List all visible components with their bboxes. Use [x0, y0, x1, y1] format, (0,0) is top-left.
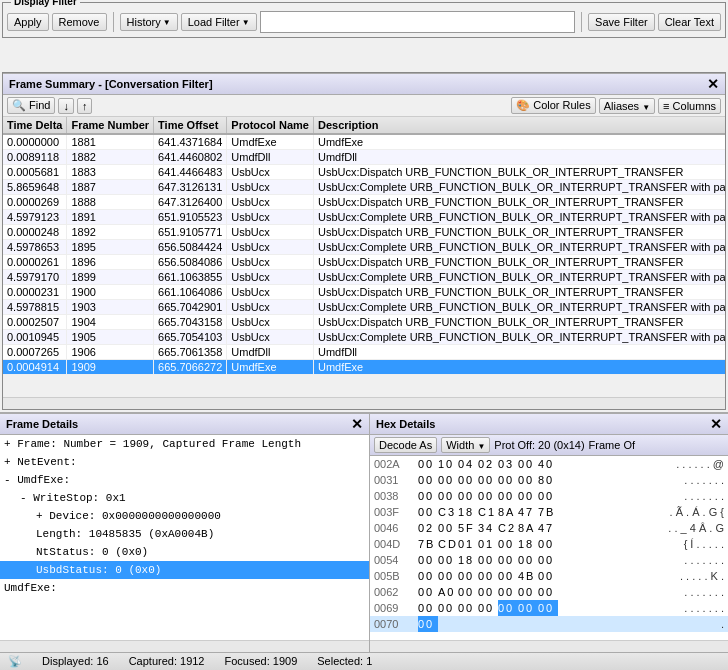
- hex-content[interactable]: 002A00100402030040. . . . . . @ 00310000…: [370, 456, 728, 640]
- hex-byte: 02: [418, 520, 438, 536]
- hex-row[interactable]: 003100000000000080. . . . . . .: [370, 472, 728, 488]
- col-time-offset[interactable]: Time Offset: [154, 117, 227, 134]
- frame-details-close-icon[interactable]: ✕: [351, 416, 363, 432]
- hex-byte: 00: [478, 600, 498, 616]
- hex-row[interactable]: 004602005F34C28A47. . _ 4 Â . G: [370, 520, 728, 536]
- selected-count: Selected: 1: [317, 655, 372, 668]
- hex-byte: 18: [518, 536, 538, 552]
- col-protocol[interactable]: Protocol Name: [227, 117, 314, 134]
- hex-hscroll[interactable]: [370, 640, 728, 652]
- table-row[interactable]: 0.00002311900661.1064086UsbUcxUsbUcx:Dis…: [3, 285, 725, 300]
- tree-item[interactable]: - UmdfExe:: [0, 471, 369, 489]
- frame-details-header: Frame Details ✕: [0, 413, 369, 435]
- tree-item[interactable]: + NetEvent:: [0, 453, 369, 471]
- hex-byte: 00: [498, 472, 518, 488]
- table-cell-timeDelta: 0.0002507: [3, 315, 67, 330]
- remove-button[interactable]: Remove: [52, 13, 107, 31]
- history-dropdown-arrow: ▼: [163, 18, 171, 27]
- find-button[interactable]: 🔍 Find: [7, 97, 55, 114]
- table-row[interactable]: 0.00025071904665.7043158UsbUcxUsbUcx:Dis…: [3, 315, 725, 330]
- table-row[interactable]: 0.00049141909665.7066272UmdfExeUmdfExe: [3, 360, 725, 375]
- table-cell-description: UsbUcx:Complete URB_FUNCTION_BULK_OR_INT…: [313, 300, 725, 315]
- hex-byte: 00: [538, 568, 558, 584]
- hex-row[interactable]: 004D7BCD0101001800{ Í . . . . .: [370, 536, 728, 552]
- hex-row[interactable]: 003800000000000000. . . . . . .: [370, 488, 728, 504]
- frame-summary-close-icon[interactable]: ✕: [707, 76, 719, 92]
- col-frame-number[interactable]: Frame Number: [67, 117, 154, 134]
- table-row[interactable]: 4.59791231891651.9105523UsbUcxUsbUcx:Com…: [3, 210, 725, 225]
- hex-byte: 47: [538, 520, 558, 536]
- table-cell-timeOffset: 656.5084086: [154, 255, 227, 270]
- hex-row[interactable]: 005400001800000000. . . . . . .: [370, 552, 728, 568]
- hex-byte: 10: [438, 456, 458, 472]
- hex-row[interactable]: 006900000000000000. . . . . . .: [370, 600, 728, 616]
- table-row[interactable]: 4.59786531895656.5084424UsbUcxUsbUcx:Com…: [3, 240, 725, 255]
- hex-row[interactable]: 003F00C318C18A477B. Ã . Á . G {: [370, 504, 728, 520]
- hex-row[interactable]: 007000.: [370, 616, 728, 632]
- history-button[interactable]: History ▼: [120, 13, 178, 31]
- apply-button[interactable]: Apply: [7, 13, 49, 31]
- hex-byte: 00: [498, 584, 518, 600]
- table-row[interactable]: 0.00891181882641.4460802UmdfDllUmdfDll: [3, 150, 725, 165]
- sort-down-button[interactable]: ↓: [58, 98, 74, 114]
- table-cell-timeDelta: 0.0004914: [3, 360, 67, 375]
- columns-button[interactable]: ≡ Columns: [658, 98, 721, 114]
- table-cell-frameNumber: 1896: [67, 255, 154, 270]
- table-cell-timeOffset: 665.7061358: [154, 345, 227, 360]
- tree-item[interactable]: NtStatus: 0 (0x0): [0, 543, 369, 561]
- table-row[interactable]: 0.00002691888647.3126400UsbUcxUsbUcx:Dis…: [3, 195, 725, 210]
- table-row[interactable]: 0.00072651906665.7061358UmdfDllUmdfDll: [3, 345, 725, 360]
- table-row[interactable]: 0.00000001881641.4371684UmdfExeUmdfExe: [3, 134, 725, 150]
- table-cell-protocol: UsbUcx: [227, 315, 314, 330]
- tree-item[interactable]: UsbdStatus: 0 (0x0): [0, 561, 369, 579]
- frame-table-hscroll[interactable]: [3, 397, 725, 409]
- col-description[interactable]: Description: [313, 117, 725, 134]
- color-rules-button[interactable]: 🎨 Color Rules: [511, 97, 596, 114]
- aliases-button[interactable]: Aliases ▼: [599, 98, 655, 114]
- table-row[interactable]: 0.00109451905665.7054103UsbUcxUsbUcx:Com…: [3, 330, 725, 345]
- table-row[interactable]: 0.00002611896656.5084086UsbUcxUsbUcx:Dis…: [3, 255, 725, 270]
- table-cell-timeOffset: 661.1064086: [154, 285, 227, 300]
- sort-up-button[interactable]: ↑: [77, 98, 93, 114]
- table-cell-timeOffset: 651.9105523: [154, 210, 227, 225]
- hex-byte: 00: [418, 504, 438, 520]
- decode-as-button[interactable]: Decode As: [374, 437, 437, 453]
- hex-byte: 00: [498, 552, 518, 568]
- clear-text-button[interactable]: Clear Text: [658, 13, 721, 31]
- hex-row[interactable]: 005B00000000004B00. . . . . K .: [370, 568, 728, 584]
- tree-item[interactable]: Length: 10485835 (0xA0004B): [0, 525, 369, 543]
- filter-input[interactable]: [260, 11, 576, 33]
- tree-item[interactable]: UmdfExe:: [0, 579, 369, 597]
- hex-row[interactable]: 002A00100402030040. . . . . . @: [370, 456, 728, 472]
- width-button[interactable]: Width ▼: [441, 437, 490, 453]
- table-cell-description: UsbUcx:Dispatch URB_FUNCTION_BULK_OR_INT…: [313, 285, 725, 300]
- tree-item[interactable]: + Frame: Number = 1909, Captured Frame L…: [0, 435, 369, 453]
- hex-ascii: . . . . . . .: [684, 584, 724, 600]
- table-row[interactable]: 0.00002481892651.9105771UsbUcxUsbUcx:Dis…: [3, 225, 725, 240]
- hex-byte: 00: [498, 536, 518, 552]
- save-filter-button[interactable]: Save Filter: [588, 13, 655, 31]
- table-cell-frameNumber: 1904: [67, 315, 154, 330]
- frame-details-hscroll[interactable]: [0, 640, 369, 652]
- table-row[interactable]: 0.00056811883641.4466483UsbUcxUsbUcx:Dis…: [3, 165, 725, 180]
- table-cell-timeDelta: 0.0089118: [3, 150, 67, 165]
- tree-item[interactable]: + Device: 0x0000000000000000: [0, 507, 369, 525]
- hex-byte: 00: [538, 536, 558, 552]
- table-row[interactable]: 5.86596481887647.3126131UsbUcxUsbUcx:Com…: [3, 180, 725, 195]
- frame-details-tree[interactable]: + Frame: Number = 1909, Captured Frame L…: [0, 435, 369, 640]
- hex-byte: 00: [418, 584, 438, 600]
- hex-bytes: 00C318C18A477B: [418, 504, 666, 520]
- separator-2: [581, 12, 582, 32]
- hex-details-header: Hex Details ✕: [370, 413, 728, 435]
- hex-details-close-icon[interactable]: ✕: [710, 416, 722, 432]
- table-cell-timeOffset: 641.4466483: [154, 165, 227, 180]
- tree-item[interactable]: - WriteStop: 0x1: [0, 489, 369, 507]
- table-row[interactable]: 4.59788151903665.7042901UsbUcxUsbUcx:Com…: [3, 300, 725, 315]
- load-filter-button[interactable]: Load Filter ▼: [181, 13, 257, 31]
- table-row[interactable]: 4.59791701899661.1063855UsbUcxUsbUcx:Com…: [3, 270, 725, 285]
- app-window: Display Filter Apply Remove History ▼ Lo…: [0, 0, 728, 670]
- hex-row[interactable]: 006200A00000000000. . . . . . .: [370, 584, 728, 600]
- frame-table-container[interactable]: Time Delta Frame Number Time Offset Prot…: [3, 117, 725, 397]
- hex-byte: 00: [418, 568, 438, 584]
- col-time-delta[interactable]: Time Delta: [3, 117, 67, 134]
